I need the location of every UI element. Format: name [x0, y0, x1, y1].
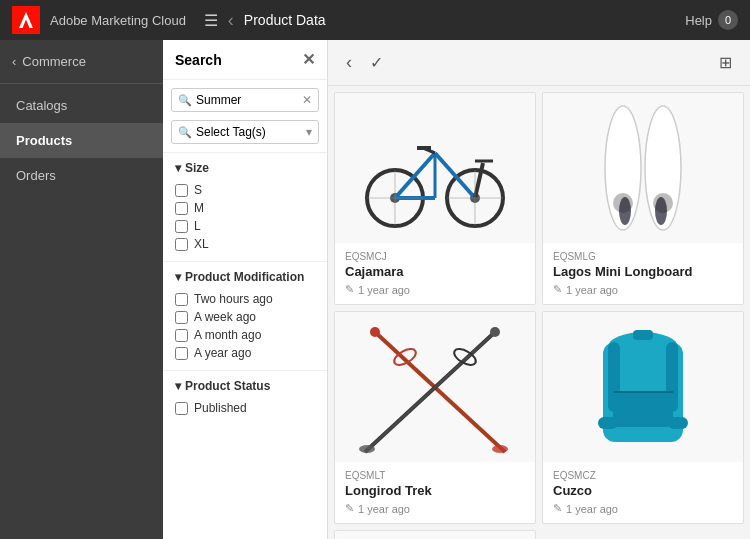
mod-month-checkbox[interactable] — [175, 329, 188, 342]
filter-size-s: S — [175, 181, 315, 199]
tag-select-wrap: 🔍 Select Tag(s) ▾ — [171, 120, 319, 144]
product-meta-longirod: ✎ 1 year ago — [345, 502, 525, 515]
search-icon: 🔍 — [178, 94, 192, 107]
search-input-wrap: 🔍 ✕ — [171, 88, 319, 112]
product-name-cajamara: Cajamara — [345, 264, 525, 279]
filter-size-xl: XL — [175, 235, 315, 253]
svg-point-28 — [613, 193, 633, 213]
product-name-lagos: Lagos Mini Longboard — [553, 264, 733, 279]
tag-chevron-down-icon: ▾ — [306, 125, 312, 139]
approve-button[interactable]: ✓ — [366, 51, 387, 74]
edit-icon-longirod: ✎ — [345, 502, 354, 515]
filter-panel: Search ✕ 🔍 ✕ 🔍 Select Tag(s) ▾ ▾ Size S — [163, 40, 328, 539]
tag-search-icon: 🔍 — [178, 126, 192, 139]
svg-point-29 — [653, 193, 673, 213]
status-published-checkbox[interactable] — [175, 402, 188, 415]
filter-section-modification: ▾ Product Modification Two hours ago A w… — [163, 261, 327, 370]
svg-point-39 — [492, 445, 508, 453]
svg-rect-50 — [633, 330, 653, 340]
filter-mod-month: A month ago — [175, 326, 315, 344]
product-meta-lagos: ✎ 1 year ago — [553, 283, 733, 296]
svg-point-37 — [370, 327, 380, 337]
sidebar-back[interactable]: ‹ Commerce — [0, 40, 163, 84]
size-s-checkbox[interactable] — [175, 184, 188, 197]
product-img-cajamara — [335, 93, 535, 243]
sidebar-back-arrow-icon: ‹ — [12, 54, 16, 69]
svg-point-40 — [359, 445, 375, 453]
search-clear-icon[interactable]: ✕ — [302, 93, 312, 107]
mod-year-checkbox[interactable] — [175, 347, 188, 360]
product-img-cuzco — [543, 312, 743, 462]
sidebar-item-orders[interactable]: Orders — [0, 158, 163, 193]
filter-section-modification-title[interactable]: ▾ Product Modification — [175, 270, 315, 284]
svg-rect-48 — [668, 417, 688, 429]
topbar-title: Product Data — [244, 12, 326, 28]
svg-rect-44 — [613, 392, 673, 427]
sidebar-nav: Catalogs Products Orders — [0, 84, 163, 193]
product-info-cajamara: EQSMCJ Cajamara ✎ 1 year ago — [335, 243, 535, 304]
edit-icon-lagos: ✎ — [553, 283, 562, 296]
sidebar-item-catalogs[interactable]: Catalogs — [0, 88, 163, 123]
status-chevron-icon: ▾ — [175, 379, 181, 393]
mod-week-checkbox[interactable] — [175, 311, 188, 324]
svg-rect-23 — [543, 93, 743, 243]
size-xl-checkbox[interactable] — [175, 238, 188, 251]
product-sku-cuzco: EQSMCZ — [553, 470, 733, 481]
filter-mod-week: A week ago — [175, 308, 315, 326]
sidebar: ‹ Commerce Catalogs Products Orders — [0, 40, 163, 539]
product-card-lagos[interactable]: EQSMLG Lagos Mini Longboard ✎ 1 year ago — [542, 92, 744, 305]
hamburger-icon[interactable]: ☰ — [204, 11, 218, 30]
help-label[interactable]: Help — [685, 13, 712, 28]
edit-icon-cuzco: ✎ — [553, 502, 562, 515]
size-m-checkbox[interactable] — [175, 202, 188, 215]
filter-mod-2hrs: Two hours ago — [175, 290, 315, 308]
topbar-brand: Adobe Marketing Cloud — [50, 13, 186, 28]
filter-section-status-title[interactable]: ▾ Product Status — [175, 379, 315, 393]
back-arrow-icon[interactable]: ‹ — [228, 10, 234, 31]
size-chevron-icon: ▾ — [175, 161, 181, 175]
filter-title: Search — [175, 52, 222, 68]
product-img-helmet — [335, 531, 535, 539]
nav-prev-button[interactable]: ‹ — [342, 50, 356, 75]
product-card-helmet[interactable] — [334, 530, 536, 539]
product-img-longirod — [335, 312, 535, 462]
filter-size-l: L — [175, 217, 315, 235]
product-sku-cajamara: EQSMCJ — [345, 251, 525, 262]
grid-view-button[interactable]: ⊞ — [715, 51, 736, 74]
svg-rect-47 — [598, 417, 618, 429]
filter-mod-year: A year ago — [175, 344, 315, 362]
tag-select[interactable]: Select Tag(s) — [196, 125, 302, 139]
topbar: Adobe Marketing Cloud ☰ ‹ Product Data H… — [0, 0, 750, 40]
product-meta-cajamara: ✎ 1 year ago — [345, 283, 525, 296]
product-card-longirod[interactable]: EQSMLT Longirod Trek ✎ 1 year ago — [334, 311, 536, 524]
product-info-lagos: EQSMLG Lagos Mini Longboard ✎ 1 year ago — [543, 243, 743, 304]
svg-point-38 — [490, 327, 500, 337]
filter-status-published: Published — [175, 399, 315, 417]
edit-icon-cajamara: ✎ — [345, 283, 354, 296]
notification-badge[interactable]: 0 — [718, 10, 738, 30]
filter-section-size-title[interactable]: ▾ Size — [175, 161, 315, 175]
sidebar-back-label: Commerce — [22, 54, 86, 69]
product-sku-lagos: EQSMLG — [553, 251, 733, 262]
product-info-cuzco: EQSMCZ Cuzco ✎ 1 year ago — [543, 462, 743, 523]
product-img-lagos — [543, 93, 743, 243]
filter-size-m: M — [175, 199, 315, 217]
svg-rect-51 — [343, 531, 526, 539]
product-meta-cuzco: ✎ 1 year ago — [553, 502, 733, 515]
filter-header: Search ✕ — [163, 40, 327, 80]
product-info-longirod: EQSMLT Longirod Trek ✎ 1 year ago — [335, 462, 535, 523]
product-sku-longirod: EQSMLT — [345, 470, 525, 481]
products-area: ‹ ✓ ⊞ — [328, 40, 750, 539]
main-layout: ‹ Commerce Catalogs Products Orders Sear… — [0, 40, 750, 539]
filter-section-status: ▾ Product Status Published — [163, 370, 327, 425]
product-card-cuzco[interactable]: EQSMCZ Cuzco ✎ 1 year ago — [542, 311, 744, 524]
product-card-cajamara[interactable]: EQSMCJ Cajamara ✎ 1 year ago — [334, 92, 536, 305]
mod-chevron-icon: ▾ — [175, 270, 181, 284]
mod-2hrs-checkbox[interactable] — [175, 293, 188, 306]
topbar-right: Help 0 — [685, 10, 738, 30]
products-grid: EQSMCJ Cajamara ✎ 1 year ago — [328, 86, 750, 539]
filter-close-button[interactable]: ✕ — [302, 50, 315, 69]
search-input[interactable] — [196, 93, 298, 107]
sidebar-item-products[interactable]: Products — [0, 123, 163, 158]
size-l-checkbox[interactable] — [175, 220, 188, 233]
